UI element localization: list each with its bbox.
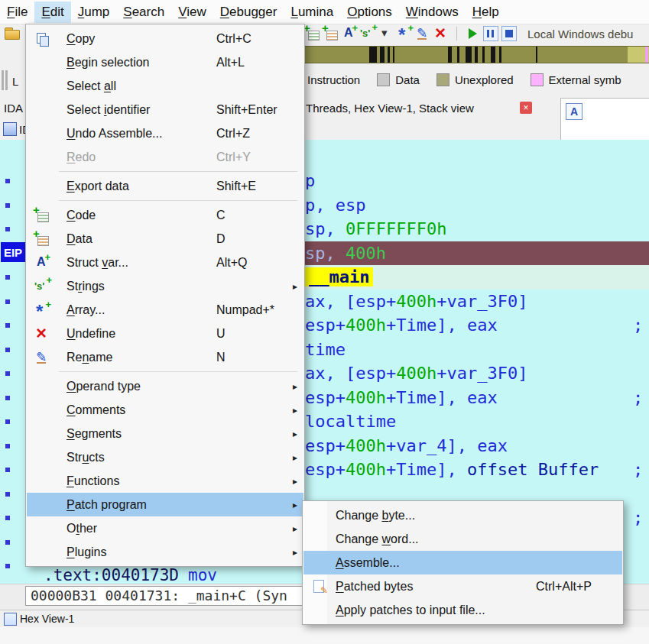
menu-item-code[interactable]: CodeC bbox=[27, 203, 303, 227]
toolbar-data-button[interactable] bbox=[323, 26, 339, 41]
menu-file[interactable]: File bbox=[0, 2, 34, 23]
dock-tab-titles[interactable]: Threads, Hex View-1, Stack view bbox=[306, 102, 474, 115]
menu-lumina[interactable]: Lumina bbox=[284, 2, 340, 23]
toolbar-stop-button[interactable] bbox=[501, 26, 517, 41]
menu-jump[interactable]: Jump bbox=[71, 2, 117, 23]
toolbar-strings-button[interactable] bbox=[360, 26, 375, 41]
menu-item-select-all[interactable]: Select all bbox=[27, 74, 303, 98]
menu-item-data[interactable]: DataD bbox=[27, 227, 303, 251]
navband-tick bbox=[369, 47, 377, 63]
menu-windows[interactable]: Windows bbox=[399, 2, 466, 23]
menu-item-assemble[interactable]: Assemble... bbox=[303, 551, 622, 574]
menu-item-apply-patches-to-input-file[interactable]: Apply patches to input file... bbox=[303, 598, 622, 622]
code-icon bbox=[305, 26, 320, 41]
hex-dump-row[interactable]: 004016E0 01 C2 89 C8 29 D0 85 C0 75 0C C… bbox=[0, 627, 649, 644]
toolbar-run-button[interactable] bbox=[465, 26, 480, 41]
margin-dot bbox=[5, 323, 10, 328]
disasm-status-line[interactable]: .text:0040173Dmov bbox=[44, 567, 217, 584]
menu-item-plugins[interactable]: Plugins▸ bbox=[27, 540, 303, 564]
menu-item-undo-assemble[interactable]: Undo Assemble...Ctrl+Z bbox=[27, 121, 303, 145]
menu-item-structs[interactable]: Structs▸ bbox=[27, 445, 303, 469]
undefine-icon bbox=[34, 326, 50, 341]
menu-item-change-word[interactable]: Change word... bbox=[303, 527, 622, 551]
comment-marker: ; bbox=[633, 313, 643, 338]
menu-edit[interactable]: Edit bbox=[34, 2, 70, 23]
toolbar-pause-button[interactable] bbox=[483, 26, 498, 41]
menu-item-label: Operand type bbox=[67, 380, 216, 393]
tab-ida-view-fragment[interactable]: IDA bbox=[4, 102, 23, 115]
menu-item-export-data[interactable]: Export dataShift+E bbox=[27, 174, 303, 198]
disasm-line[interactable]: ax, [esp+400h+var_3F0] bbox=[305, 290, 527, 314]
navband-tick bbox=[491, 47, 495, 63]
disasm-line[interactable]: esp+400h+Time], offset Buffer bbox=[305, 458, 599, 482]
menu-item-change-byte[interactable]: Change byte... bbox=[303, 503, 622, 527]
menu-item-shortcut: C bbox=[216, 209, 287, 222]
menu-view[interactable]: View bbox=[171, 2, 213, 23]
dock-handle[interactable] bbox=[5, 70, 8, 90]
navband-tick bbox=[482, 47, 485, 63]
disasm-line[interactable]: sp, 400h bbox=[305, 241, 386, 266]
menu-help[interactable]: Help bbox=[466, 2, 506, 23]
legend-left-fragment: L bbox=[12, 75, 18, 88]
toolbar-struct-var-button[interactable] bbox=[342, 26, 357, 41]
comment-marker: ; bbox=[633, 386, 643, 410]
menu-search[interactable]: Search bbox=[116, 2, 171, 23]
navband-tick bbox=[457, 47, 459, 63]
copy-icon bbox=[34, 31, 50, 47]
patch-program-submenu: Change byte...Change word...Assemble...P… bbox=[302, 500, 624, 625]
auto-annotation-icon[interactable]: A bbox=[566, 103, 582, 120]
menu-item-copy[interactable]: CopyCtrl+C bbox=[27, 27, 303, 50]
menu-item-redo[interactable]: RedoCtrl+Y bbox=[27, 145, 303, 169]
disasm-line[interactable]: p bbox=[305, 169, 315, 193]
menu-item-struct-var[interactable]: Struct var...Alt+Q bbox=[27, 251, 303, 274]
open-file-icon[interactable] bbox=[5, 28, 20, 40]
menu-item-comments[interactable]: Comments▸ bbox=[27, 398, 303, 422]
menu-item-strings[interactable]: Strings▸ bbox=[27, 274, 303, 298]
menu-item-label: Copy bbox=[67, 32, 216, 46]
strings-icon bbox=[34, 279, 50, 294]
debugger-selector[interactable]: Local Windows debu bbox=[527, 28, 633, 40]
menu-debugger[interactable]: Debugger bbox=[213, 2, 284, 23]
menu-item-rename[interactable]: RenameN bbox=[27, 345, 303, 369]
menu-item-array[interactable]: Array...Numpad+* bbox=[27, 298, 303, 322]
disasm-line[interactable]: esp+400h+Time], eax bbox=[305, 386, 498, 410]
toolbar-undefine-button[interactable] bbox=[433, 26, 449, 41]
menu-item-segments[interactable]: Segments▸ bbox=[27, 422, 303, 445]
disasm-line[interactable]: p, esp bbox=[305, 193, 365, 218]
submenu-arrow-icon: ▸ bbox=[287, 547, 297, 558]
menu-options[interactable]: Options bbox=[340, 2, 399, 23]
menu-item-shortcut: Alt+Q bbox=[216, 256, 287, 270]
disasm-line[interactable]: time bbox=[305, 338, 346, 362]
rename-icon bbox=[415, 26, 430, 41]
menu-item-operand-type[interactable]: Operand type▸ bbox=[27, 374, 303, 398]
pause-icon bbox=[483, 26, 498, 41]
menu-item-label: Other bbox=[67, 522, 216, 536]
disasm-line[interactable]: __main bbox=[305, 265, 373, 290]
menu-item-select-identifier[interactable]: Select identifierShift+Enter bbox=[27, 98, 303, 121]
disasm-line[interactable]: sp, 0FFFFFFF0h bbox=[305, 217, 446, 241]
close-icon[interactable]: × bbox=[520, 102, 532, 114]
menu-item-undefine[interactable]: UndefineU bbox=[27, 322, 303, 345]
margin-dot bbox=[5, 564, 10, 568]
menu-item-begin-selection[interactable]: Begin selectionAlt+L bbox=[27, 50, 303, 74]
toolbar-array-button[interactable] bbox=[397, 26, 412, 41]
navband-tick bbox=[536, 47, 537, 63]
toolbar-rename-button[interactable] bbox=[415, 26, 430, 41]
menu-item-patch-program[interactable]: Patch program▸ bbox=[27, 493, 303, 516]
disasm-line[interactable]: esp+400h+Time], eax bbox=[305, 313, 498, 338]
menu-item-other[interactable]: Other▸ bbox=[27, 516, 303, 540]
disasm-line[interactable]: esp+400h+var_4], eax bbox=[305, 434, 508, 458]
chevron-down-icon bbox=[378, 26, 394, 41]
menu-item-functions[interactable]: Functions▸ bbox=[27, 469, 303, 493]
menu-item-label: Data bbox=[67, 232, 216, 246]
rename-icon bbox=[34, 350, 50, 365]
menu-item-label: Rename bbox=[67, 351, 216, 364]
disasm-line[interactable]: ax, [esp+400h+var_3F0] bbox=[305, 361, 527, 386]
menu-item-label: Strings bbox=[67, 280, 216, 293]
menu-item-patched-bytes[interactable]: Patched bytesCtrl+Alt+P bbox=[303, 574, 622, 598]
disasm-line[interactable]: localtime bbox=[305, 409, 396, 434]
edit-debug-toolbar: Local Windows debu bbox=[305, 26, 633, 41]
dock-handle[interactable] bbox=[2, 70, 4, 90]
toolbar-code-button[interactable] bbox=[305, 26, 320, 41]
toolbar-chevron-down-button[interactable] bbox=[378, 26, 394, 41]
